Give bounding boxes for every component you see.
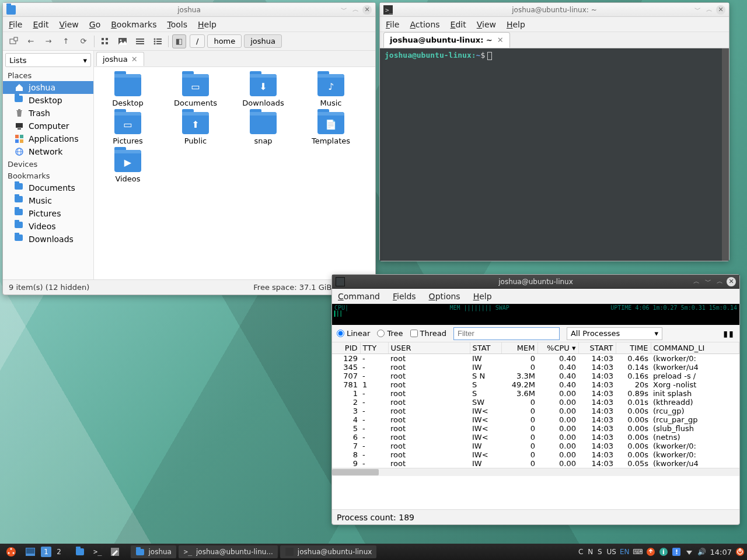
process-row[interactable]: 7-rootIW00.0014:030.00s(kworker/0: — [332, 442, 739, 450]
update-icon[interactable] — [646, 547, 655, 556]
process-row[interactable]: 5-rootIW<00.0014:030.00s(slub_flush — [332, 424, 739, 433]
lang-indicator[interactable]: EN — [620, 548, 630, 556]
folder-public[interactable]: ⬆Public — [166, 112, 225, 145]
process-row[interactable]: 8-rootIW<00.0014:030.00s(kworker/0: — [332, 450, 739, 459]
terminal-content[interactable]: joshua@ubuntu-linux:~$ — [380, 48, 729, 261]
process-row[interactable]: 345-rootIW00.4014:030.14s(kworker/u4 — [332, 363, 739, 372]
clock[interactable]: 14:07 — [710, 548, 732, 556]
fm-tab[interactable]: joshua✕ — [96, 52, 144, 66]
fm-icon-view[interactable]: Desktop▭Documents⬇Downloads♪Music▭Pictur… — [94, 67, 375, 279]
pm-menu-options[interactable]: Options — [429, 292, 460, 301]
close-button[interactable]: ✕ — [362, 5, 372, 15]
launcher-editor[interactable] — [107, 545, 123, 558]
folder-templates[interactable]: 📄Templates — [302, 112, 360, 145]
process-row[interactable]: 7811rootS49.2M0.4014:0320sXorg -nolist — [332, 380, 739, 389]
minimize-button[interactable]: ﹀ — [703, 277, 713, 286]
volume-icon[interactable]: 🔊 — [697, 547, 707, 556]
list-view-button[interactable] — [151, 34, 165, 48]
notification-icon[interactable]: i — [659, 547, 668, 556]
sidebar-item-network[interactable]: Network — [3, 145, 93, 158]
folder-videos[interactable]: ▶Videos — [99, 150, 157, 183]
close-icon[interactable]: ✕ — [497, 36, 504, 44]
pm-titlebar[interactable]: joshua@ubuntu-linux ︿ ﹀ ︿ ✕ — [332, 275, 739, 289]
info-icon[interactable]: ! — [672, 547, 681, 556]
icon-view-button[interactable] — [98, 34, 112, 48]
folder-music[interactable]: ♪Music — [302, 74, 360, 107]
fm-menu-file[interactable]: File — [9, 20, 22, 29]
maximize-button[interactable]: ︿ — [704, 5, 714, 15]
maximize-button[interactable]: ︿ — [351, 5, 360, 15]
folder-snap[interactable]: snap — [234, 112, 292, 145]
reload-button[interactable]: ⟳ — [76, 34, 90, 48]
sidebar-mode-combo[interactable]: Lists▾ — [5, 53, 91, 67]
view-thread-check[interactable]: Thread — [410, 329, 446, 338]
taskbar-task[interactable]: joshua — [131, 545, 176, 558]
keyboard-icon[interactable]: ⌨ — [633, 547, 643, 556]
filter-input[interactable] — [453, 327, 560, 340]
process-row[interactable]: 4-rootIW<00.0014:030.00s(rcu_par_gp — [332, 415, 739, 424]
bookmark-music[interactable]: Music — [3, 194, 93, 207]
col-stat[interactable]: STAT — [470, 342, 501, 354]
network-icon[interactable] — [685, 547, 694, 556]
term-menu-view[interactable]: View — [477, 20, 496, 29]
fm-menu-go[interactable]: Go — [89, 20, 100, 29]
term-menu-actions[interactable]: Actions — [410, 20, 439, 29]
col-start[interactable]: START — [578, 342, 616, 354]
sidebar-item-trash[interactable]: Trash — [3, 107, 93, 120]
term-menu-help[interactable]: Help — [507, 20, 525, 29]
compact-view-button[interactable] — [133, 34, 147, 48]
view-tree-radio[interactable]: Tree — [377, 329, 403, 338]
shade-button[interactable]: ︿ — [692, 277, 701, 286]
fm-menu-view[interactable]: View — [60, 20, 79, 29]
path-segment[interactable]: joshua — [244, 34, 282, 48]
term-titlebar[interactable]: >_ joshua@ubuntu-linux: ~ ﹀ ︿ ✕ — [380, 3, 729, 17]
col-user[interactable]: USER — [388, 342, 470, 354]
taskbar-task[interactable]: >_joshua@ubuntu-linu... — [179, 545, 278, 558]
workspace-1[interactable]: 1 — [41, 547, 51, 557]
pm-menu-fields[interactable]: Fields — [393, 292, 416, 301]
minimize-button[interactable]: ﹀ — [693, 5, 702, 15]
bookmark-videos[interactable]: Videos — [3, 220, 93, 233]
col-pid[interactable]: PID — [332, 342, 360, 354]
process-row[interactable]: 3-rootIW<00.0014:030.00s(rcu_gp) — [332, 407, 739, 415]
path-toggle-button[interactable]: ◧ — [172, 34, 186, 48]
terminal-scrollbar[interactable] — [722, 48, 729, 261]
term-tab[interactable]: joshua@ubuntu-linux: ~✕ — [383, 32, 510, 48]
fm-titlebar[interactable]: joshua ﹀ ︿ ✕ — [3, 3, 375, 17]
col-tty[interactable]: TTY — [360, 342, 388, 354]
col-command_li[interactable]: COMMAND_LI — [651, 342, 739, 354]
minimize-button[interactable]: ﹀ — [339, 5, 348, 15]
path-segment[interactable]: home — [207, 34, 242, 48]
process-row[interactable]: 1-rootS3.6M0.0014:030.89sinit splash — [332, 389, 739, 398]
close-button[interactable]: ✕ — [727, 277, 736, 286]
up-button[interactable]: ↑ — [59, 34, 73, 48]
folder-downloads[interactable]: ⬇Downloads — [234, 74, 292, 107]
process-row[interactable]: 129-rootIW00.4014:030.46s(kworker/0: — [332, 354, 739, 363]
new-tab-button[interactable] — [6, 34, 20, 48]
horizontal-scrollbar[interactable] — [332, 468, 739, 476]
pm-menu-command[interactable]: Command — [338, 292, 380, 301]
col-cpu[interactable]: %CPU ▾ — [537, 342, 578, 354]
sidebar-item-computer[interactable]: Computer — [3, 120, 93, 132]
forward-button[interactable]: → — [41, 34, 55, 48]
path-segment[interactable]: / — [190, 34, 205, 48]
fm-menu-help[interactable]: Help — [198, 20, 217, 29]
bookmark-documents[interactable]: Documents — [3, 181, 93, 194]
sidebar-item-joshua[interactable]: joshua — [3, 81, 93, 94]
back-button[interactable]: ← — [24, 34, 38, 48]
term-menu-file[interactable]: File — [386, 20, 399, 29]
process-selector[interactable]: All Processes▾ — [567, 327, 662, 340]
folder-pictures[interactable]: ▭Pictures — [99, 112, 157, 145]
close-icon[interactable]: ✕ — [131, 55, 138, 64]
taskbar-task[interactable]: joshua@ubuntu-linux — [280, 545, 377, 558]
show-desktop-button[interactable] — [22, 545, 39, 558]
sidebar-item-applications[interactable]: Applications — [3, 132, 93, 145]
fm-menu-tools[interactable]: Tools — [167, 20, 187, 29]
folder-desktop[interactable]: Desktop — [99, 74, 157, 107]
pm-menu-help[interactable]: Help — [473, 292, 492, 301]
process-row[interactable]: 2-rootSW00.0014:030.01s(kthreadd) — [332, 398, 739, 407]
pause-button[interactable]: ▮▮ — [724, 329, 735, 338]
bookmark-pictures[interactable]: Pictures — [3, 207, 93, 220]
fm-menu-bookmarks[interactable]: Bookmarks — [111, 20, 156, 29]
sidebar-item-desktop[interactable]: Desktop — [3, 94, 93, 107]
